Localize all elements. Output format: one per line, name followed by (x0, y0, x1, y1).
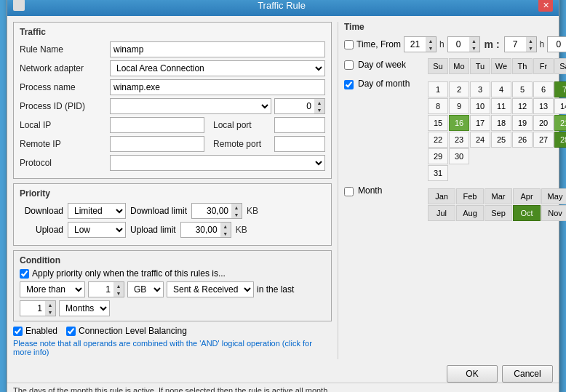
download-spin-up[interactable]: ▲ (231, 204, 242, 211)
cal-cell[interactable]: 15 (428, 115, 448, 131)
month-cell[interactable]: Aug (456, 205, 484, 221)
day-of-week-checkbox[interactable] (344, 60, 354, 70)
rule-name-input[interactable] (110, 41, 325, 57)
cal-cell[interactable]: 28 (554, 132, 566, 148)
dow-cell[interactable]: Sa (554, 58, 566, 74)
cal-cell[interactable]: 2 (449, 81, 469, 97)
condition-unit-select[interactable]: GB MB KB (127, 281, 164, 297)
download-spin-down[interactable]: ▼ (231, 211, 242, 218)
dow-cell[interactable]: Fr (533, 58, 554, 74)
upload-spin-up[interactable]: ▲ (220, 223, 231, 230)
last-val-up[interactable]: ▲ (45, 301, 55, 308)
dow-cell[interactable]: Su (428, 58, 448, 74)
remote-port-input[interactable] (274, 136, 325, 152)
cancel-button[interactable]: Cancel (502, 365, 553, 383)
dow-cell[interactable]: Th (512, 58, 533, 74)
time-toh-input[interactable] (504, 36, 526, 52)
protocol-select[interactable] (110, 155, 325, 171)
info-link[interactable]: Please note that all operands are combin… (13, 339, 332, 356)
time-m-input[interactable] (447, 36, 469, 52)
condition-val-up[interactable]: ▲ (113, 282, 124, 289)
cal-cell[interactable]: 6 (533, 81, 554, 97)
pid-value-input[interactable] (274, 98, 314, 114)
condition-checkbox-label[interactable]: Apply priority only when the traffic of … (32, 268, 226, 279)
download-limit-input[interactable] (191, 203, 231, 219)
month-cell[interactable]: Oct (513, 205, 541, 221)
cal-cell[interactable]: 9 (449, 98, 469, 114)
condition-traffic-type-select[interactable]: Sent & Received Sent Received (167, 281, 254, 297)
condition-type-select[interactable]: More than Less than (20, 281, 85, 297)
network-adapter-select[interactable]: Local Area Connection (110, 60, 325, 76)
cal-cell[interactable]: 25 (491, 132, 511, 148)
cal-cell[interactable]: 27 (533, 132, 554, 148)
cal-cell[interactable]: 21 (554, 115, 566, 131)
process-name-input[interactable] (110, 79, 325, 95)
cal-cell[interactable]: 20 (533, 115, 554, 131)
month-cell[interactable]: Sep (485, 205, 512, 221)
cal-cell[interactable]: 12 (512, 98, 533, 114)
time-from-label[interactable]: Time, From (356, 39, 401, 49)
time-from-checkbox[interactable] (344, 40, 354, 49)
last-value-input[interactable] (20, 300, 45, 316)
cal-cell[interactable]: 29 (428, 148, 448, 164)
dow-cell[interactable]: Tu (470, 58, 490, 74)
condition-val-down[interactable]: ▼ (113, 289, 124, 297)
cal-cell[interactable]: 17 (470, 115, 490, 131)
time-h-input[interactable] (404, 36, 426, 52)
cal-cell[interactable]: 18 (491, 115, 511, 131)
last-val-down[interactable]: ▼ (45, 308, 55, 316)
time-m-up[interactable]: ▲ (469, 37, 479, 44)
cal-cell[interactable]: 23 (449, 132, 469, 148)
period-select[interactable]: Months Weeks Days (59, 300, 110, 316)
enabled-label[interactable]: Enabled (13, 326, 57, 336)
time-h-up[interactable]: ▲ (426, 37, 436, 44)
month-cell[interactable]: Jan (428, 188, 455, 204)
cal-cell[interactable]: 30 (449, 148, 469, 164)
month-checkbox[interactable] (344, 187, 354, 196)
day-of-month-label[interactable]: Day of month (358, 79, 423, 89)
cal-cell[interactable]: 4 (491, 81, 511, 97)
day-of-week-label[interactable]: Day of week (358, 60, 423, 70)
cal-cell[interactable]: 3 (470, 81, 490, 97)
cal-cell[interactable]: 31 (428, 165, 448, 181)
cal-cell[interactable]: 11 (491, 98, 511, 114)
upload-limit-input[interactable] (180, 222, 220, 238)
cal-cell[interactable]: 8 (428, 98, 448, 114)
month-label[interactable]: Month (358, 185, 423, 196)
ok-button[interactable]: OK (447, 365, 498, 383)
time-tom-input[interactable] (547, 36, 566, 52)
month-cell[interactable]: Jul (428, 205, 455, 221)
cal-cell[interactable]: 7 (554, 81, 566, 97)
pid-spin-up[interactable]: ▲ (314, 99, 324, 106)
condition-value-input[interactable] (88, 281, 113, 297)
day-of-month-checkbox[interactable] (344, 80, 354, 89)
upload-select[interactable]: Low Limited Normal High (68, 222, 126, 238)
download-select[interactable]: Limited Low Normal High (68, 203, 126, 219)
time-toh-up[interactable]: ▲ (526, 37, 536, 44)
time-h-down[interactable]: ▼ (426, 44, 436, 52)
remote-ip-input[interactable] (110, 136, 204, 152)
month-cell[interactable]: Nov (541, 205, 566, 221)
enabled-checkbox[interactable] (13, 327, 23, 336)
dow-cell[interactable]: Mo (449, 58, 469, 74)
condition-checkbox[interactable] (20, 269, 29, 279)
cal-cell[interactable]: 22 (428, 132, 448, 148)
cal-cell[interactable]: 10 (470, 98, 490, 114)
cal-cell[interactable]: 1 (428, 81, 448, 97)
cal-cell[interactable]: 16 (449, 115, 469, 131)
cal-cell[interactable]: 24 (470, 132, 490, 148)
connection-balancing-checkbox[interactable] (66, 327, 76, 336)
local-ip-input[interactable] (110, 117, 204, 133)
month-cell[interactable]: Mar (485, 188, 512, 204)
cal-cell[interactable]: 19 (512, 115, 533, 131)
pid-spin-down[interactable]: ▼ (314, 106, 324, 113)
close-button[interactable]: ✕ (538, 0, 553, 12)
local-port-input[interactable] (274, 117, 325, 133)
time-toh-down[interactable]: ▼ (526, 44, 536, 52)
cal-cell[interactable]: 26 (512, 132, 533, 148)
cal-cell[interactable]: 5 (512, 81, 533, 97)
month-cell[interactable]: May (541, 188, 566, 204)
cal-cell[interactable]: 14 (554, 98, 566, 114)
process-pid-select[interactable] (110, 98, 271, 114)
month-cell[interactable]: Feb (456, 188, 484, 204)
